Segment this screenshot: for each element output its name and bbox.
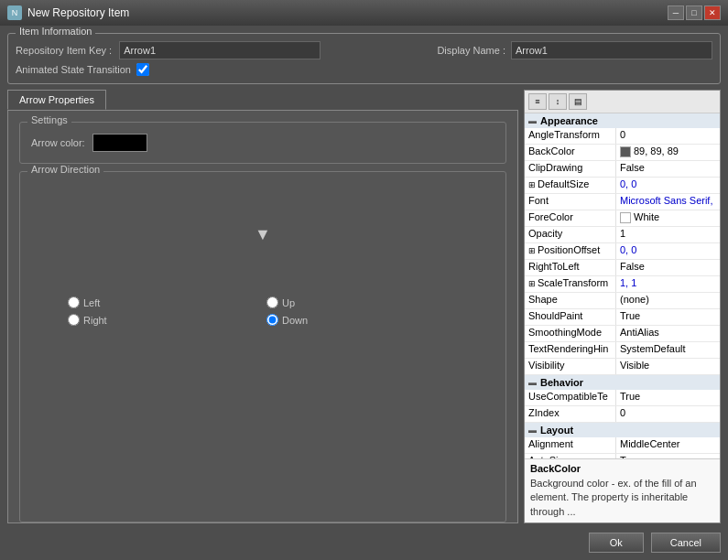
prop-scale-transform-name: ⊞ScaleTransform bbox=[525, 276, 616, 292]
arrow-color-row: Arrow color: bbox=[31, 134, 494, 152]
prop-right-to-left: RightToLeft False bbox=[525, 260, 720, 276]
prop-right-to-left-name: RightToLeft bbox=[525, 260, 616, 275]
left-panel: Arrow Properties Settings Arrow color: A… bbox=[7, 90, 518, 523]
prop-clip-drawing: ClipDrawing False bbox=[525, 161, 720, 178]
arrow-preview-area: ▼ bbox=[31, 179, 494, 289]
prop-shape-value: (none) bbox=[616, 293, 720, 308]
prop-angle-transform: AngleTransform 0 bbox=[525, 128, 720, 145]
window-controls: ─ □ ✕ bbox=[668, 5, 721, 20]
radio-grid: Left Up Right Down bbox=[31, 296, 494, 326]
prop-back-color-value: 89, 89, 89 bbox=[616, 145, 720, 160]
radio-left-label: Left bbox=[83, 297, 100, 308]
prop-shape: Shape (none) bbox=[525, 293, 720, 309]
prop-zindex-value: 0 bbox=[616, 406, 720, 422]
prop-angle-transform-value: 0 bbox=[616, 128, 720, 144]
category-layout[interactable]: ▬ Layout bbox=[525, 423, 720, 437]
close-button[interactable]: ✕ bbox=[704, 5, 721, 20]
prop-alignment-value: MiddleCenter bbox=[616, 437, 720, 453]
collapse-layout-icon: ▬ bbox=[528, 425, 537, 435]
arrow-direction-label: Arrow Direction bbox=[27, 164, 103, 175]
display-name-section: Display Name : bbox=[437, 41, 712, 59]
main-content: Arrow Properties Settings Arrow color: A… bbox=[7, 90, 721, 523]
radio-up-input[interactable] bbox=[266, 296, 278, 308]
prop-smoothing-mode: SmoothingMode AntiAlias bbox=[525, 326, 720, 342]
radio-down-input[interactable] bbox=[266, 314, 278, 326]
prop-visibility: Visibility Visible bbox=[525, 359, 720, 375]
prop-zindex-name: ZIndex bbox=[525, 406, 616, 422]
animated-label: Animated State Transition bbox=[16, 64, 131, 75]
category-appearance[interactable]: ▬ Appearance bbox=[525, 113, 720, 128]
cancel-button[interactable]: Cancel bbox=[651, 533, 721, 553]
prop-opacity-name: Opacity bbox=[525, 227, 616, 242]
prop-right-to-left-value: False bbox=[616, 260, 720, 275]
prop-use-compatible: UseCompatibleTe True bbox=[525, 390, 720, 406]
minimize-button[interactable]: ─ bbox=[668, 5, 684, 20]
prop-default-size: ⊞DefaultSize 0, 0 bbox=[525, 178, 720, 194]
props-categorize-btn[interactable]: ≡ bbox=[528, 93, 547, 110]
category-behavior[interactable]: ▬ Behavior bbox=[525, 375, 720, 390]
prop-fore-color-value: White bbox=[616, 210, 720, 226]
animated-checkbox[interactable] bbox=[136, 63, 149, 76]
prop-position-offset-name: ⊞PositionOffset bbox=[525, 243, 616, 259]
prop-fore-color: ForeColor White bbox=[525, 210, 720, 227]
settings-group: Settings Arrow color: bbox=[19, 122, 506, 164]
item-information-label: Item Information bbox=[16, 26, 95, 37]
properties-panel: ≡ ↕ ▤ ▬ Appearance AngleTransform 0 Back… bbox=[524, 90, 721, 523]
prop-use-compatible-name: UseCompatibleTe bbox=[525, 390, 616, 405]
arrow-color-label: Arrow color: bbox=[31, 137, 85, 148]
arrow-indicator: ▼ bbox=[255, 225, 271, 244]
prop-should-paint-value: True bbox=[616, 309, 720, 325]
arrow-direction-group: Arrow Direction ▼ Left Up bbox=[19, 171, 506, 522]
dialog-body: Item Information Repository Item Key : D… bbox=[0, 26, 728, 560]
prop-font-value: Microsoft Sans Serif, bbox=[616, 194, 720, 210]
prop-smoothing-mode-name: SmoothingMode bbox=[525, 326, 616, 341]
prop-should-paint: ShouldPaint True bbox=[525, 309, 720, 326]
prop-default-size-value: 0, 0 bbox=[616, 178, 720, 193]
prop-text-rendering-value: SystemDefault bbox=[616, 342, 720, 358]
radio-left: Left bbox=[68, 296, 259, 308]
prop-visibility-name: Visibility bbox=[525, 359, 616, 374]
back-color-swatch bbox=[620, 146, 631, 157]
tab-arrow-properties[interactable]: Arrow Properties bbox=[7, 90, 106, 110]
radio-down-label: Down bbox=[282, 315, 308, 326]
radio-right: Right bbox=[68, 314, 259, 326]
props-description: BackColor Background color - ex. of the … bbox=[525, 458, 720, 522]
maximize-button[interactable]: □ bbox=[686, 5, 702, 20]
prop-alignment: Alignment MiddleCenter bbox=[525, 437, 720, 454]
radio-right-input[interactable] bbox=[68, 314, 80, 326]
prop-opacity: Opacity 1 bbox=[525, 227, 720, 243]
prop-clip-drawing-name: ClipDrawing bbox=[525, 161, 616, 177]
prop-text-rendering-name: TextRenderingHin bbox=[525, 342, 616, 358]
title-bar: N New Repository Item ─ □ ✕ bbox=[0, 0, 728, 26]
item-info-row: Repository Item Key : Display Name : bbox=[16, 41, 712, 59]
repo-key-input[interactable] bbox=[119, 41, 321, 59]
radio-left-input[interactable] bbox=[68, 296, 80, 308]
category-layout-label: Layout bbox=[540, 425, 573, 436]
radio-down: Down bbox=[266, 314, 458, 326]
ok-button[interactable]: Ok bbox=[589, 533, 644, 553]
prop-font-name: Font bbox=[525, 194, 616, 210]
tab-bar: Arrow Properties bbox=[7, 90, 518, 110]
prop-fore-color-name: ForeColor bbox=[525, 210, 616, 226]
fore-color-swatch bbox=[620, 212, 631, 223]
collapse-behavior-icon: ▬ bbox=[528, 378, 537, 387]
display-name-input[interactable] bbox=[511, 41, 712, 59]
prop-clip-drawing-value: False bbox=[616, 161, 720, 177]
props-view-btn[interactable]: ▤ bbox=[569, 93, 587, 110]
prop-alignment-name: Alignment bbox=[525, 437, 616, 453]
canvas-area: Settings Arrow color: Arrow Direction ▼ bbox=[7, 110, 518, 523]
prop-use-compatible-value: True bbox=[616, 390, 720, 405]
prop-zindex: ZIndex 0 bbox=[525, 406, 720, 423]
prop-shape-name: Shape bbox=[525, 293, 616, 308]
prop-back-color-name: BackColor bbox=[525, 145, 616, 160]
radio-up-label: Up bbox=[282, 297, 295, 308]
category-appearance-label: Appearance bbox=[540, 115, 598, 126]
window-title: New Repository Item bbox=[27, 6, 662, 19]
props-desc-title: BackColor bbox=[530, 463, 714, 474]
prop-angle-transform-name: AngleTransform bbox=[525, 128, 616, 144]
arrow-color-swatch[interactable] bbox=[92, 134, 147, 152]
props-sort-btn[interactable]: ↕ bbox=[549, 93, 567, 110]
prop-default-size-name: ⊞DefaultSize bbox=[525, 178, 616, 193]
props-list[interactable]: ▬ Appearance AngleTransform 0 BackColor … bbox=[525, 113, 720, 458]
repo-key-label: Repository Item Key : bbox=[16, 45, 112, 56]
